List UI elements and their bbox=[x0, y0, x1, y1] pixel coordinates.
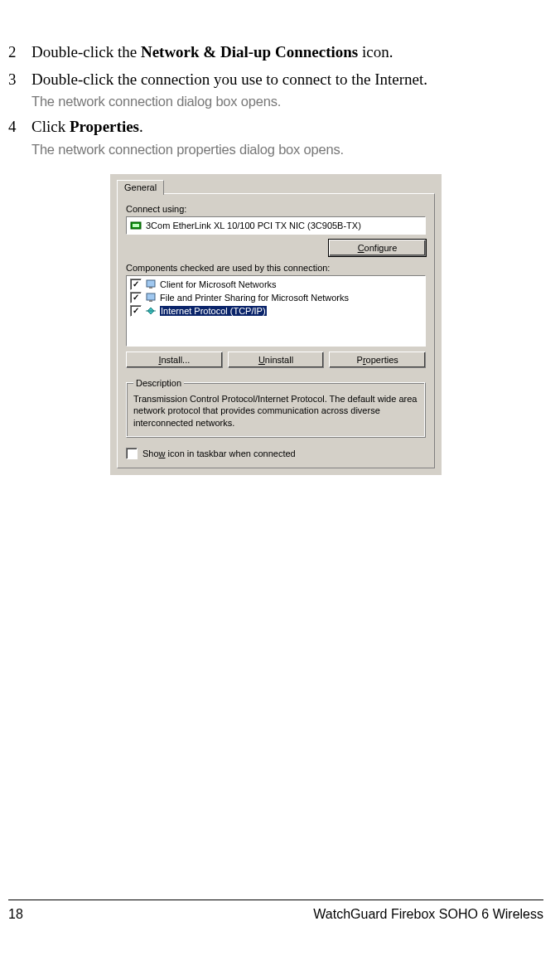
step-text-pre: Double-click the connection you use to c… bbox=[31, 70, 427, 88]
tab-strip: General bbox=[117, 179, 435, 194]
step-body: Double-click the Network & Dial-up Conne… bbox=[31, 41, 543, 64]
svg-rect-4 bbox=[147, 293, 155, 300]
description-legend: Description bbox=[133, 378, 184, 388]
svg-rect-2 bbox=[147, 280, 155, 287]
description-group: Description Transmission Control Protoco… bbox=[126, 378, 426, 438]
step-result: The network connection properties dialog… bbox=[31, 140, 543, 159]
connect-using-label: Connect using: bbox=[126, 204, 426, 214]
page-footer: 18 WatchGuard Firebox SOHO 6 Wireless bbox=[8, 900, 543, 922]
step-number: 4 bbox=[8, 116, 31, 159]
dialog-screenshot: General Connect using: 3Com EtherLink XL… bbox=[8, 174, 543, 475]
step-text-post: . bbox=[139, 118, 143, 135]
footer-title: WatchGuard Firebox SOHO 6 Wireless bbox=[313, 907, 543, 922]
step-result: The network connection dialog box opens. bbox=[31, 92, 543, 111]
adapter-field[interactable]: 3Com EtherLink XL 10/100 PCI TX NIC (3C9… bbox=[126, 216, 426, 235]
component-label: File and Printer Sharing for Microsoft N… bbox=[160, 293, 349, 303]
nic-icon bbox=[130, 220, 142, 231]
step-2: 2 Double-click the Network & Dial-up Con… bbox=[8, 41, 543, 64]
page-content: 2 Double-click the Network & Dial-up Con… bbox=[0, 0, 560, 475]
service-icon bbox=[145, 292, 157, 303]
component-item-tcpip[interactable]: Internet Protocol (TCP/IP) bbox=[128, 304, 423, 318]
step-text-bold: Properties bbox=[70, 118, 139, 135]
protocol-icon bbox=[145, 305, 157, 317]
svg-rect-1 bbox=[133, 224, 139, 227]
properties-button[interactable]: Properties bbox=[329, 352, 426, 368]
install-button[interactable]: Install... bbox=[126, 352, 223, 368]
checkbox-icon[interactable] bbox=[126, 448, 138, 459]
step-text-bold: Network & Dial-up Connections bbox=[141, 43, 358, 61]
client-icon bbox=[145, 279, 157, 290]
component-label: Internet Protocol (TCP/IP) bbox=[160, 306, 267, 316]
uninstall-button[interactable]: Uninstall bbox=[228, 352, 325, 368]
step-text-pre: Click bbox=[31, 118, 70, 135]
step-body: Click Properties. The network connection… bbox=[31, 116, 543, 159]
description-text: Transmission Control Protocol/Internet P… bbox=[133, 393, 418, 429]
component-item-fileprint[interactable]: File and Printer Sharing for Microsoft N… bbox=[128, 291, 423, 304]
step-number: 2 bbox=[8, 41, 31, 64]
step-3: 3 Double-click the connection you use to… bbox=[8, 69, 543, 112]
step-body: Double-click the connection you use to c… bbox=[31, 69, 543, 112]
components-label: Components checked are used by this conn… bbox=[126, 263, 426, 273]
properties-dialog: General Connect using: 3Com EtherLink XL… bbox=[110, 174, 442, 475]
tab-panel: Connect using: 3Com EtherLink XL 10/100 … bbox=[117, 193, 435, 468]
svg-rect-3 bbox=[149, 287, 152, 289]
tab-general[interactable]: General bbox=[117, 180, 164, 195]
step-4: 4 Click Properties. The network connecti… bbox=[8, 116, 543, 159]
checkbox-icon[interactable] bbox=[130, 279, 142, 290]
configure-button[interactable]: CConfigureonfigure bbox=[329, 240, 426, 256]
components-listbox[interactable]: Client for Microsoft Networks File and P… bbox=[126, 275, 426, 347]
component-label: Client for Microsoft Networks bbox=[160, 279, 277, 289]
svg-rect-5 bbox=[149, 300, 152, 302]
adapter-name: 3Com EtherLink XL 10/100 PCI TX NIC (3C9… bbox=[146, 221, 361, 230]
checkbox-icon[interactable] bbox=[130, 305, 142, 317]
step-text-pre: Double-click the bbox=[31, 43, 141, 61]
checkbox-icon[interactable] bbox=[130, 292, 142, 303]
step-number: 3 bbox=[8, 69, 31, 112]
component-item-client[interactable]: Client for Microsoft Networks bbox=[128, 278, 423, 291]
show-icon-label: Show icon in taskbar when connected bbox=[142, 449, 296, 458]
step-text-post: icon. bbox=[358, 43, 393, 61]
page-number: 18 bbox=[8, 907, 23, 922]
show-icon-row[interactable]: Show icon in taskbar when connected bbox=[126, 448, 426, 459]
